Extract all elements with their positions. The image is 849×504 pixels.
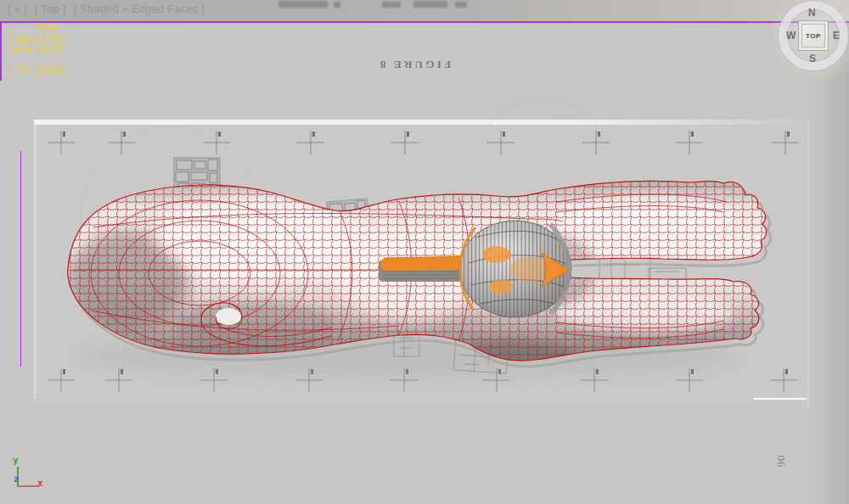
figure-caption: FIGURE 8: [372, 58, 457, 71]
viewcube[interactable]: N S W E TOP: [777, 0, 849, 73]
statistics-panel: Total Polys:27,969 Verts:19,327 FPS:32.3…: [10, 22, 65, 75]
z-axis-label: z: [14, 473, 20, 484]
stats-fps-label: FPS:: [10, 64, 37, 75]
viewport-pov-menu[interactable]: [ Top ]: [35, 3, 66, 15]
page-top-edge: [34, 120, 808, 125]
viewport-border-left: [0, 21, 2, 81]
viewport-label: [ + ] [ Top ] [ Shaded + Edged Faces ]: [8, 3, 209, 15]
clipped-reference-text-artifact: [278, 1, 328, 8]
stats-verts-value: 19,327: [37, 44, 65, 54]
stats-polys-label: Polys:: [10, 33, 37, 44]
y-axis-label: y: [13, 455, 19, 466]
viewport-general-menu[interactable]: [ + ]: [8, 3, 27, 15]
clipped-reference-text-artifact: [413, 1, 447, 8]
x-axis-label: x: [37, 478, 43, 489]
viewcube-north[interactable]: N: [808, 7, 816, 19]
stats-total-header: Total: [37, 22, 56, 32]
top-strip: [ + ] [ Top ] [ Shaded + Edged Faces ]: [0, 0, 849, 21]
clipped-reference-text-artifact: [334, 2, 340, 8]
x-axis-line: [17, 485, 39, 487]
viewport-border-segment: [20, 151, 21, 367]
page-number: 06: [774, 456, 788, 468]
viewport-shading-menu[interactable]: [ Shaded + Edged Faces ]: [74, 3, 205, 15]
viewport-border-top: [0, 21, 849, 23]
viewcube-south[interactable]: S: [809, 53, 816, 64]
viewcube-top-face[interactable]: TOP: [798, 20, 829, 51]
max-viewport-window: { "viewport": { "label_general": "[ + ]"…: [0, 0, 849, 504]
stats-fps-value: 32.329: [37, 64, 65, 74]
clipped-reference-text-artifact: [455, 2, 467, 8]
clipped-reference-text-artifact: [382, 2, 401, 8]
viewcube-west[interactable]: W: [786, 30, 796, 42]
viewcube-east[interactable]: E: [833, 30, 840, 42]
stats-polys-value: 27,969: [37, 33, 65, 43]
stats-verts-label: Verts:: [10, 44, 37, 55]
viewport-canvas[interactable]: [0, 0, 849, 504]
